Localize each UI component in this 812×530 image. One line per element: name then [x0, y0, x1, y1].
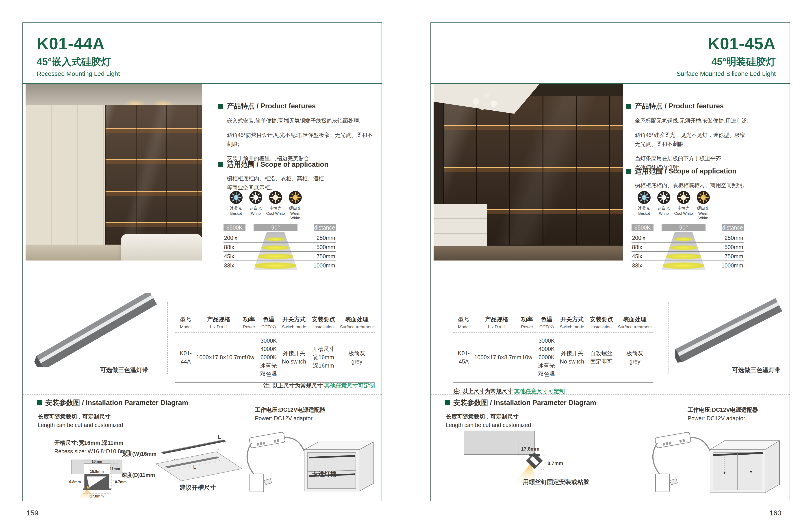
feature-line: 斜角45°防炫目设计,见光不见灯,迷你型极窄、无光点、柔和不刺眼;: [227, 130, 375, 149]
product-title-block: K01-45A 45°明装硅胶灯 Surface Mounted Silicon…: [677, 36, 776, 78]
adaptor-cabinet-diagram: [651, 423, 783, 497]
color-temp-icons: 冰蓝光 Basket 超白光 White 中性光 Cool White 暖白光 …: [634, 191, 744, 220]
product-subtitle-en: Surface Mounted Silicone Led Light: [677, 70, 776, 78]
icon-warm-white: 暖白光 Warm White: [693, 191, 713, 220]
spec-table-row: K01-45A 1000×17.8×8.7mm 10w 3000K 4000K …: [453, 333, 653, 383]
icon-ice-blue: 冰蓝光 Basket: [226, 191, 246, 220]
beam-distance-table: 200lx250mm 88lx500mm 45lx750mm 33lx1000m…: [632, 233, 744, 270]
island-drawers: [434, 204, 487, 248]
icon-white: 超白光 White: [654, 191, 674, 220]
features-section: 产品特点 / Product features 嵌入式安装,简单便捷,高端无氧铜…: [218, 101, 375, 163]
sun-icon: [637, 191, 651, 204]
beam-row: 33lx1000mm: [223, 261, 336, 270]
sun-icon: [677, 191, 690, 204]
ceiling-lights: [26, 84, 202, 105]
light-spec-panel: 冰蓝光 Basket 超白光 White 中性光 Cool White 暖白光 …: [632, 191, 744, 270]
profile-caption: 可选做三色温灯带: [100, 366, 148, 374]
spec-table-header: 型号Model 产品规格L x D x H 功率Power 色温CCT(K) 开…: [175, 313, 375, 333]
square-bullet-icon: [218, 162, 223, 167]
beam-row: 200lx250mm: [223, 233, 336, 242]
beam-row: 88lx500mm: [632, 242, 744, 252]
svg-text:10.7mm: 10.7mm: [113, 480, 127, 484]
square-bullet-icon: [626, 169, 631, 174]
sun-icon: [657, 191, 670, 204]
glass-cabinet: [105, 101, 202, 246]
recess-size-note: 开槽尺寸:宽16mm,深11mm Recess size: W16.8*D10.…: [54, 438, 130, 456]
vertical-dashed-separator: [668, 302, 668, 374]
color-temp-icons: 冰蓝光 Basket 超白光 White 中性光 Cool White 暖白光 …: [226, 191, 336, 220]
svg-text:15.8mm: 15.8mm: [90, 470, 104, 473]
features-section: 产品特点 / Product features 全系标配无氧铜线,无须开槽,安装…: [626, 101, 783, 172]
svg-text:11mm: 11mm: [110, 467, 120, 471]
page-number-left: 159: [27, 509, 38, 517]
square-bullet-icon: [37, 400, 42, 405]
horizontal-dashed-separator: [431, 394, 789, 395]
profile-caption: 可选做三色温灯带: [732, 366, 781, 374]
beam-row: 88lx500mm: [223, 242, 336, 252]
beam-row: 33lx1000mm: [632, 261, 744, 270]
installation-heading: 安装参数图 / Installation Parameter Diagram: [445, 398, 596, 407]
room-photo: [26, 84, 202, 261]
beam-header-bars: 6500K 90° distance: [632, 224, 744, 231]
beam-distance-table: 200lx250mm 88lx500mm 45lx750mm 33lx1000m…: [223, 233, 336, 270]
product-title-block: K01-44A 45°嵌入式硅胶灯 Recessed Mounting Led …: [37, 36, 120, 78]
feature-line: 斜角45°硅胶柔光，见光不见灯，迷你型、极窄 无光点、柔和不刺眼;: [635, 130, 783, 149]
icon-cool-white: 中性光 Cool White: [266, 191, 285, 220]
flowers: [464, 89, 504, 118]
feature-line: 嵌入式安装,简单便捷,高端无氧铜端子线极简灰铝面处理;: [227, 116, 375, 125]
feature-line: 全系标配无氧铜线,无须开槽,安装便捷,用途广泛;: [635, 116, 783, 125]
features-heading: 产品特点 / Product features: [626, 101, 783, 111]
scope-heading: 适用范围 / Scope of application: [218, 160, 375, 169]
beam-header-bars: 6500K 90° distance: [223, 224, 336, 231]
aluminum-profile-drawing: [675, 293, 783, 367]
sun-icon: [269, 191, 282, 204]
adaptor-cabinet-diagram: [245, 423, 377, 497]
features-heading: 产品特点 / Product features: [218, 101, 375, 111]
horizontal-dashed-separator: [23, 394, 381, 395]
spec-table-header: 型号Model 产品规格L x D x H 功率Power 色温CCT(K) 开…: [453, 313, 653, 333]
power-note: 工作电压:DC12V电源适配器 Power: DC12V adaptor: [687, 405, 758, 422]
kelvin-bar: 6500K: [632, 224, 653, 231]
square-bullet-icon: [218, 104, 223, 109]
spec-table-row: K01-44A 1000×17.8×10.7mm 10w 3000K 4000K…: [175, 333, 375, 383]
surface-mount-diagram: 17.8mm 8.7mm: [462, 429, 579, 484]
floor: [434, 246, 623, 261]
svg-text:16mm: 16mm: [91, 459, 102, 463]
profile-product-image: 可选做三色温灯带: [30, 293, 164, 374]
installation-heading: 安装参数图 / Installation Parameter Diagram: [37, 398, 188, 407]
spec-table: 型号Model 产品规格L x D x H 功率Power 色温CCT(K) 开…: [175, 313, 375, 383]
page-number-right: 160: [769, 509, 781, 517]
square-bullet-icon: [445, 400, 450, 405]
product-model: K01-45A: [677, 36, 776, 52]
angle-bar: 90°: [253, 224, 298, 231]
svg-text:建议开槽尺寸: 建议开槽尺寸: [179, 484, 216, 491]
vertical-dashed-separator: [167, 302, 168, 374]
svg-text:8.7mm: 8.7mm: [548, 460, 563, 466]
beam-row: 45lx750mm: [632, 252, 744, 261]
mount-caption: 用螺丝钉固定安装或粘胶: [523, 478, 590, 486]
cabinet-caption: 卡进灯槽: [312, 470, 336, 478]
svg-text:17.8mm: 17.8mm: [521, 446, 539, 452]
sun-icon: [249, 191, 262, 204]
power-note: 工作电压:DC12V电源适配器 Power: DC12V adaptor: [255, 405, 325, 422]
sun-icon: [697, 191, 710, 204]
beam-row: 200lx250mm: [632, 233, 744, 242]
sun-icon: [289, 191, 302, 204]
custom-size-note: 注: 以上尺寸为常规尺寸 其他任意尺寸可定制: [263, 382, 375, 389]
sun-icon: [229, 191, 243, 204]
catalog-spread: K01-44A 45°嵌入式硅胶灯 Recessed Mounting Led …: [0, 0, 812, 530]
product-subtitle-zh: 45°明装硅胶灯: [677, 55, 776, 68]
scope-text: 橱柜柜底柜内、柜沿、衣柜、高柜、酒柜 等商业空间展示柜。: [227, 174, 375, 192]
svg-text:L: L: [218, 435, 221, 440]
room-photo: [434, 84, 623, 261]
length-note: 长度可随意裁切，可定制尺寸 Length can be cut and cust…: [446, 412, 531, 429]
icon-cool-white: 中性光 Cool White: [674, 191, 693, 220]
svg-text:17.8mm: 17.8mm: [90, 494, 104, 498]
length-note: 长度可随意裁切，可定制尺寸 Length can be cut and cust…: [38, 412, 123, 429]
square-bullet-icon: [626, 104, 631, 109]
scope-text: 橱柜柜底柜内、衣柜柜底柜内、商用空间照明。: [635, 181, 783, 190]
icon-warm-white: 暖白光 Warm White: [285, 191, 305, 220]
groove-board-diagram: L L 建议开槽尺寸: [149, 435, 246, 492]
product-subtitle-en: Recessed Mounting Led Light: [37, 70, 120, 78]
custom-size-note: 注: 以上尺寸为常规尺寸 其他任意尺寸可定制: [453, 388, 565, 395]
